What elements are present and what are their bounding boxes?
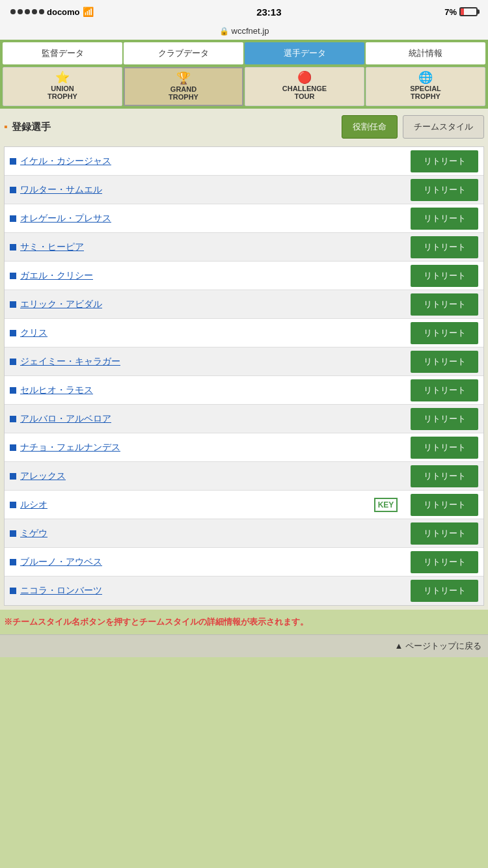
key-badge: KEY bbox=[374, 498, 398, 512]
player-name-link[interactable]: サミ・ヒーピア bbox=[20, 241, 84, 253]
player-indicator bbox=[10, 444, 16, 451]
action-btn-cell: リトリート bbox=[405, 434, 483, 461]
trophy-tab-grand[interactable]: 🏆 GRANDTROPHY bbox=[124, 67, 243, 106]
retreat-button[interactable]: リトリート bbox=[411, 265, 478, 287]
trophy-tab-union[interactable]: ⭐ UNIONTROPHY bbox=[3, 67, 122, 106]
player-indicator bbox=[10, 387, 16, 394]
player-name-link[interactable]: ルシオ bbox=[20, 499, 47, 511]
key-badge-cell bbox=[366, 273, 405, 278]
retreat-button[interactable]: リトリート bbox=[411, 408, 478, 430]
player-name-link[interactable]: ミゲウ bbox=[20, 528, 47, 539]
action-btn-cell: リトリート bbox=[405, 348, 483, 375]
player-name-cell: クリス bbox=[5, 322, 366, 344]
player-indicator bbox=[10, 301, 16, 308]
action-btn-cell: リトリート bbox=[405, 205, 483, 232]
key-badge-cell bbox=[366, 531, 405, 536]
challenge-tour-label: CHALLENGETOUR bbox=[282, 85, 327, 100]
player-row: サミ・ヒーピアリトリート bbox=[5, 233, 483, 262]
player-name-cell: サミ・ヒーピア bbox=[5, 236, 366, 258]
player-indicator bbox=[10, 215, 16, 222]
nav-tab-club[interactable]: クラブデータ bbox=[124, 42, 243, 64]
retreat-button[interactable]: リトリート bbox=[411, 494, 478, 516]
key-badge-cell bbox=[366, 416, 405, 422]
player-indicator bbox=[10, 416, 16, 422]
time-display: 23:13 bbox=[256, 7, 281, 18]
player-name-cell: アルバロ・アルベロア bbox=[5, 408, 366, 430]
action-btn-cell: リトリート bbox=[405, 520, 483, 547]
retreat-button[interactable]: リトリート bbox=[411, 522, 478, 545]
key-badge-cell bbox=[366, 216, 405, 221]
player-row: ルシオKEYリトリート bbox=[5, 491, 483, 519]
nav-tab-manager[interactable]: 監督データ bbox=[3, 42, 122, 64]
retreat-button[interactable]: リトリート bbox=[411, 179, 478, 201]
key-badge-cell bbox=[366, 445, 405, 450]
url-text: wccfnet.jp bbox=[232, 26, 269, 36]
grand-trophy-icon: 🏆 bbox=[176, 72, 191, 84]
retreat-button[interactable]: リトリート bbox=[411, 293, 478, 316]
nav-tab-player[interactable]: 選手データ bbox=[245, 42, 364, 64]
trophy-tab-challenge[interactable]: 🔴 CHALLENGETOUR bbox=[245, 67, 364, 106]
player-indicator bbox=[10, 588, 16, 594]
key-badge-cell bbox=[366, 302, 405, 307]
team-style-button[interactable]: チームスタイル bbox=[403, 115, 484, 139]
key-badge-cell bbox=[366, 187, 405, 193]
retreat-button[interactable]: リトリート bbox=[411, 150, 478, 172]
player-name-link[interactable]: アルバロ・アルベロア bbox=[20, 413, 111, 425]
player-name-cell: エリック・アビダル bbox=[5, 293, 366, 316]
action-btn-cell: リトリート bbox=[405, 491, 483, 519]
carrier-label: docomo bbox=[47, 7, 80, 17]
player-name-link[interactable]: セルヒオ・ラモス bbox=[20, 385, 93, 396]
action-btn-cell: リトリート bbox=[405, 291, 483, 318]
action-btn-cell: リトリート bbox=[405, 148, 483, 175]
player-name-link[interactable]: イケル・カシージャス bbox=[20, 156, 111, 167]
battery-area: 7% bbox=[444, 7, 478, 17]
retreat-button[interactable]: リトリート bbox=[411, 551, 478, 573]
player-row: ジェイミー・キャラガーリトリート bbox=[5, 347, 483, 376]
player-row: アルバロ・アルベロアリトリート bbox=[5, 405, 483, 433]
retreat-button[interactable]: リトリート bbox=[411, 379, 478, 401]
player-indicator bbox=[10, 187, 16, 193]
retreat-button[interactable]: リトリート bbox=[411, 437, 478, 459]
player-name-link[interactable]: アレックス bbox=[20, 470, 66, 482]
trophy-tab-special[interactable]: 🌐 SPECIALTROPHY bbox=[366, 67, 485, 106]
battery-icon bbox=[459, 7, 478, 16]
grand-trophy-label: GRANDTROPHY bbox=[169, 85, 198, 101]
action-btn-cell: リトリート bbox=[405, 176, 483, 204]
player-row: ナチョ・フェルナンデスリトリート bbox=[5, 433, 483, 462]
player-name-link[interactable]: ナチョ・フェルナンデス bbox=[20, 442, 120, 454]
player-name-link[interactable]: クリス bbox=[20, 327, 47, 339]
back-to-top-button[interactable]: ▲ ページトップに戻る bbox=[0, 634, 488, 657]
registered-player-icon: ▪ bbox=[4, 121, 8, 133]
player-row: アレックスリトリート bbox=[5, 462, 483, 491]
retreat-button[interactable]: リトリート bbox=[411, 465, 478, 487]
player-name-link[interactable]: エリック・アビダル bbox=[20, 299, 102, 310]
action-btn-cell: リトリート bbox=[405, 549, 483, 576]
player-row: イケル・カシージャスリトリート bbox=[5, 147, 483, 176]
retreat-button[interactable]: リトリート bbox=[411, 208, 478, 230]
yakuwari-button[interactable]: 役割任命 bbox=[342, 115, 398, 139]
special-trophy-label: SPECIALTROPHY bbox=[410, 85, 441, 100]
player-name-link[interactable]: ワルター・サムエル bbox=[20, 184, 102, 196]
nav-row2: ⭐ UNIONTROPHY 🏆 GRANDTROPHY 🔴 CHALLENGET… bbox=[0, 67, 488, 109]
player-name-cell: オレゲール・プレサス bbox=[5, 208, 366, 230]
retreat-button[interactable]: リトリート bbox=[411, 322, 478, 344]
nav-tab-stats[interactable]: 統計情報 bbox=[366, 42, 485, 64]
player-indicator bbox=[10, 473, 16, 480]
player-name-cell: ナチョ・フェルナンデス bbox=[5, 437, 366, 459]
challenge-tour-icon: 🔴 bbox=[297, 72, 312, 83]
player-name-cell: ワルター・サムエル bbox=[5, 179, 366, 201]
key-badge-cell bbox=[366, 359, 405, 364]
union-trophy-icon: ⭐ bbox=[55, 72, 70, 83]
player-name-link[interactable]: オレゲール・プレサス bbox=[20, 213, 111, 224]
player-name-link[interactable]: ガエル・クリシー bbox=[20, 270, 93, 282]
player-name-link[interactable]: ニコラ・ロンバーツ bbox=[20, 585, 102, 597]
player-indicator bbox=[10, 158, 16, 165]
retreat-button[interactable]: リトリート bbox=[411, 236, 478, 258]
player-name-link[interactable]: ブルーノ・アウベス bbox=[20, 556, 102, 568]
player-name-link[interactable]: ジェイミー・キャラガー bbox=[20, 356, 120, 368]
action-btn-cell: リトリート bbox=[405, 405, 483, 433]
key-badge-cell bbox=[366, 588, 405, 593]
player-indicator bbox=[10, 559, 16, 565]
retreat-button[interactable]: リトリート bbox=[411, 351, 478, 373]
retreat-button[interactable]: リトリート bbox=[411, 580, 478, 602]
